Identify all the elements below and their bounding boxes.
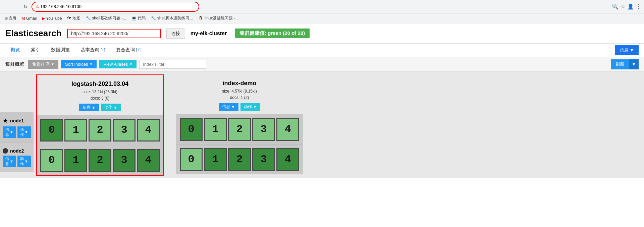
shard-cell[interactable]: 2: [228, 148, 251, 171]
reload-button[interactable]: ↻: [21, 3, 30, 11]
shard-cell[interactable]: 4: [137, 119, 160, 141]
index-header-demo: index-demo size: 4.57ki (9.15ki) docs: 1…: [176, 74, 303, 114]
shard-cell[interactable]: 4: [137, 149, 160, 172]
app-container: Elasticsearch 连接 my-elk-cluster 集群健康值: g…: [0, 23, 644, 227]
shard-cell[interactable]: 1: [204, 148, 227, 171]
node1-action-button[interactable]: 动作 ▼: [17, 126, 31, 138]
shard-cell[interactable]: 0: [40, 119, 63, 141]
menu-icon[interactable]: ⋮: [636, 3, 641, 10]
shard-cell[interactable]: 3: [252, 148, 275, 171]
demo-action-caret-icon: ▼: [253, 105, 257, 109]
index-header-logstash: logstash-2021.03.04 size: 13.1ki (26.3ki…: [37, 75, 163, 115]
node2-info-button[interactable]: 信息 ▼: [3, 156, 16, 167]
node2-circle-icon: [3, 148, 8, 154]
shard-cell[interactable]: 3: [113, 149, 136, 172]
logstash-info-caret-icon: ▼: [92, 105, 96, 110]
tab-data-browse[interactable]: 数据浏览: [46, 44, 75, 56]
logstash-action-button[interactable]: 动作 ▼: [101, 104, 121, 111]
node2-action-button[interactable]: 动作 ▼: [17, 156, 31, 167]
cluster-sort-caret-icon: ▼: [51, 62, 54, 66]
shard-cell[interactable]: 1: [204, 118, 227, 141]
app-header: Elasticsearch 连接 my-elk-cluster 集群健康值: g…: [0, 23, 644, 44]
tab-indices[interactable]: 索引: [25, 44, 46, 56]
nav-buttons: ← → ↻: [3, 3, 30, 11]
node1-name: node1: [10, 118, 24, 123]
node1-action-caret-icon: ▼: [24, 130, 28, 134]
shard-cell[interactable]: 3: [113, 119, 136, 141]
view-aliases-button[interactable]: View Aliases ▼: [99, 60, 137, 68]
account-icon[interactable]: 👤: [627, 3, 634, 10]
tab-basic-query[interactable]: 基本查询 [+]: [75, 44, 111, 56]
index-col-demo: index-demo size: 4.57ki (9.15ki) docs: 1…: [176, 74, 303, 176]
shard-cell[interactable]: 4: [276, 118, 299, 141]
bookmarks-bar: ⊞ 应用 M Gmail ▶ YouTube 🗺 地图 🔧 shell基础练习题…: [0, 13, 644, 23]
spacer: [166, 74, 173, 176]
shard-cell[interactable]: 0: [40, 149, 63, 172]
shard-cell[interactable]: 2: [89, 149, 111, 172]
cluster-name: my-elk-cluster: [191, 31, 227, 37]
sort-indices-button[interactable]: Sort Indices ▼: [61, 60, 97, 68]
forward-button[interactable]: →: [12, 3, 20, 11]
node2-info-caret-icon: ▼: [10, 159, 13, 163]
maps-bookmark[interactable]: 🗺 地图: [65, 15, 82, 22]
linux-basic-bookmark[interactable]: 🐧 linux基础练习题 -...: [196, 15, 240, 22]
toolbar-section-label: 集群概览: [5, 61, 24, 67]
tab-overview[interactable]: 概览: [5, 44, 25, 56]
index-docs-demo: docs: 1 (2): [230, 95, 249, 101]
shard-cell[interactable]: 0: [180, 118, 203, 141]
index-name-logstash: logstash-2021.03.04: [71, 80, 128, 88]
index-col-logstash: logstash-2021.03.04 size: 13.1ki (26.3ki…: [36, 74, 164, 176]
main-content: ★ node1 信息 ▼ 动作 ▼ n: [0, 72, 644, 178]
browser-actions: 🔍 ☆ 👤 ⋮: [612, 3, 641, 10]
app-title: Elasticsearch: [5, 28, 62, 39]
logstash-node1-shards: 0 1 2 3 4: [37, 115, 163, 145]
node2-name: node2: [10, 148, 24, 154]
index-filter-input[interactable]: [139, 60, 206, 69]
logstash-action-caret-icon: ▼: [113, 105, 117, 110]
view-aliases-caret-icon: ▼: [129, 62, 132, 66]
star-icon[interactable]: ☆: [621, 3, 625, 10]
back-button[interactable]: ←: [3, 3, 11, 11]
browser-toolbar: ← → ↻ ⚠ 192.168.246.10:9100 🔍 ☆ 👤 ⋮: [0, 0, 644, 13]
tab-complex-query[interactable]: 复合查询 [+]: [111, 44, 146, 56]
shard-cell[interactable]: 3: [252, 118, 275, 141]
index-docs-logstash: docs: 3 (6): [91, 95, 110, 102]
nav-tabs: 概览 索引 数据浏览 基本查询 [+] 复合查询 [+] 信息 ▼: [0, 44, 644, 57]
connection-url-input[interactable]: [67, 29, 161, 38]
refresh-caret-button[interactable]: ▼: [629, 59, 639, 69]
shard-cell[interactable]: 4: [276, 148, 299, 171]
shard-cell[interactable]: 0: [180, 148, 203, 171]
gmail-bookmark[interactable]: M Gmail: [19, 15, 39, 21]
code-bookmark[interactable]: 💻 代码: [129, 15, 148, 22]
logstash-node2-shards: 0 1 2 3 4: [37, 145, 163, 175]
shard-cell[interactable]: 1: [64, 119, 87, 141]
demo-node2-shards: 0 1 2 3 4: [176, 144, 303, 174]
refresh-button[interactable]: 刷新: [611, 59, 629, 69]
shard-cell[interactable]: 1: [64, 149, 87, 172]
node1-star-icon: ★: [3, 117, 8, 124]
connect-button[interactable]: 连接: [166, 29, 185, 39]
indices-area: logstash-2021.03.04 size: 13.1ki (26.3ki…: [34, 72, 644, 178]
address-bar-container[interactable]: ⚠ 192.168.246.10:9100: [32, 2, 199, 12]
search-icon[interactable]: 🔍: [612, 3, 619, 10]
demo-info-button[interactable]: 信息 ▼: [219, 103, 238, 111]
node1-info-button[interactable]: 信息 ▼: [3, 126, 16, 138]
demo-action-button[interactable]: 动作 ▼: [240, 103, 260, 111]
demo-node1-shards: 0 1 2 3 4: [176, 114, 303, 144]
security-warning-icon: ⚠: [36, 4, 39, 9]
node1-info-caret-icon: ▼: [10, 130, 13, 134]
address-text: 192.168.246.10:9100: [40, 4, 82, 9]
node-header-spacer: [0, 75, 34, 112]
shell-basic-bookmark[interactable]: 🔧 shell基础练习题 -...: [84, 15, 128, 22]
health-badge: 集群健康值: green (20 of 20): [235, 29, 310, 38]
logstash-info-button[interactable]: 信息 ▼: [79, 104, 99, 111]
shard-cell[interactable]: 2: [228, 118, 251, 141]
index-size-logstash: size: 13.1ki (26.3ki): [83, 89, 117, 95]
info-button[interactable]: 信息 ▼: [615, 45, 639, 55]
cluster-sort-button[interactable]: 集群排序 ▼: [28, 60, 58, 69]
shell-advanced-bookmark[interactable]: 🔧 shell脚本进阶练习...: [149, 15, 195, 22]
youtube-bookmark[interactable]: ▶ YouTube: [40, 15, 64, 21]
demo-info-caret-icon: ▼: [231, 105, 235, 109]
shard-cell[interactable]: 2: [89, 119, 111, 141]
apps-bookmark[interactable]: ⊞ 应用: [3, 15, 18, 21]
